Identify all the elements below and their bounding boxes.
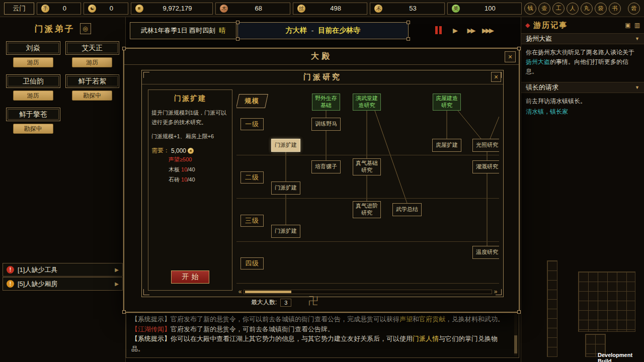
grain-icon: 禾 <box>374 5 382 13</box>
disciple-name[interactable]: 鲜于若絮 <box>65 74 120 88</box>
scroll-left-icon[interactable]: « <box>236 288 244 295</box>
disciple-name[interactable]: 鲜于擎苍 <box>6 108 60 121</box>
journal-icon: ◆ <box>525 22 530 29</box>
req-item-need: /40 <box>187 166 195 172</box>
hall-close-button[interactable]: × <box>505 51 516 62</box>
entry-location-link[interactable]: 清水镇，镇长家 <box>526 107 639 117</box>
play-button[interactable]: ▶ <box>450 24 461 36</box>
max-people-value: 3 <box>280 299 291 307</box>
teapot-icon[interactable]: 壶 <box>538 3 550 15</box>
resource-wood: 木 68 <box>215 3 290 15</box>
alert-text: [1]人缺少工具 <box>18 265 57 275</box>
req-item-name: 石砖 <box>169 176 180 183</box>
tech-node[interactable]: 门派扩建 <box>271 139 300 152</box>
alert-missing-tools[interactable]: ! [1]人缺少工具 ▶ <box>3 263 123 277</box>
disciple-card: 刘焱 游历 <box>6 41 60 67</box>
disciple-status-button[interactable]: 勘探中 <box>72 90 112 101</box>
time-controls: ▶ ▶▶ ▶▶▶ <box>434 24 494 36</box>
chevron-down-icon: ▼ <box>635 85 639 90</box>
tech-node[interactable]: 庑屋扩建 <box>432 139 461 152</box>
disciple-icon[interactable]: 人 <box>567 3 579 15</box>
disciple-status-button[interactable]: 勘探中 <box>13 124 53 134</box>
corner-knob <box>122 310 126 314</box>
disciple-status-button[interactable]: 游历 <box>13 90 53 101</box>
message-list: 【系统提示】官府发布了新的悬赏令，你可以前去各城镇的衙门查看公告，完成悬赏可以获… <box>131 314 510 353</box>
message-line: 【系统提示】官府发布了新的悬赏令，你可以前去各城镇的衙门查看公告，完成悬赏可以获… <box>131 314 510 324</box>
disciple-name[interactable]: 卫仙韵 <box>6 74 60 88</box>
message-scrollbar[interactable] <box>514 313 517 355</box>
tech-node[interactable]: 庑屋建造研究 <box>433 94 461 111</box>
corner-knob <box>236 37 239 41</box>
eye-icon[interactable]: ◎ <box>80 23 91 34</box>
minimap-strip[interactable] <box>547 260 557 357</box>
tech-node[interactable]: 演武堂建造研究 <box>353 94 381 111</box>
book-icon[interactable]: 书 <box>609 3 621 15</box>
tools-icon[interactable]: 工 <box>552 3 565 15</box>
tree-scroll-thumb[interactable] <box>245 291 291 293</box>
tech-node[interactable]: 温度研究 <box>472 246 499 259</box>
req-item-name: 木板 <box>169 166 180 172</box>
tech-node[interactable]: 培育骡子 <box>311 160 341 173</box>
resource-yinyang: ☯ 0 <box>84 3 128 15</box>
disciples-panel-title: 门派弟子 <box>35 23 75 35</box>
tech-node[interactable]: 真气基础研究 <box>353 158 381 175</box>
entry-keyword-link[interactable]: 扬州大盗 <box>526 58 550 65</box>
tech-node[interactable]: 野外生存基础 <box>312 94 340 111</box>
bag-icon[interactable]: 袋 <box>595 3 607 15</box>
disciple-name[interactable]: 艾天正 <box>65 41 120 55</box>
pin-journal-icon[interactable]: ▥ <box>634 22 640 29</box>
expand-journal-icon[interactable]: ▣ <box>625 22 630 29</box>
resource-silk-value: 498 <box>308 5 363 12</box>
vegetable-icon: 菜 <box>452 5 460 13</box>
corner-knob <box>122 47 126 50</box>
settings-icon[interactable]: 齿 <box>628 3 640 15</box>
tree-scroll-track[interactable] <box>244 290 492 294</box>
bomb-icon[interactable]: 丸 <box>581 3 593 15</box>
corner-knob <box>407 37 410 41</box>
pause-icon <box>435 26 438 34</box>
message-segment: 官府发布了新的悬赏令，你可以前去各城镇的衙门查看公告，完成悬赏可以获得 <box>171 315 399 323</box>
corner-knob <box>236 21 239 24</box>
message-scroll-thumb[interactable] <box>514 335 517 353</box>
research-close-button[interactable]: × <box>491 72 501 82</box>
resource-vegetable: 菜 100 <box>447 3 522 15</box>
tech-node[interactable]: 光照研究 <box>472 139 499 152</box>
fastest-forward-button[interactable]: ▶▶▶ <box>482 24 494 36</box>
req-item-have: 10 <box>181 176 187 183</box>
alert-missing-rooms[interactable]: ! [5]人缺少厢房 ▶ <box>3 277 123 291</box>
resource-hand: 手 0 <box>37 3 81 15</box>
tech-node[interactable]: 门派扩建 <box>271 225 300 238</box>
swastika-decor-icon: 卍 <box>308 294 318 308</box>
yinyang-icon: ☯ <box>88 5 96 13</box>
fast-forward-button[interactable]: ▶▶ <box>466 24 477 36</box>
scroll-right-icon[interactable]: » <box>492 288 499 295</box>
req-item-need: /40 <box>187 176 195 183</box>
corner-bracket <box>143 72 149 78</box>
tech-tree: 规模 一级 二级 三级 四级 门派扩建野外生存基础训练野马演武堂建造研究庑屋建造… <box>236 87 499 296</box>
journal-entry-header[interactable]: 扬州大盗 ▼ <box>521 33 644 44</box>
tech-tree-nodes: 门派扩建野外生存基础训练野马演武堂建造研究庑屋建造研究庑屋扩建光照研究培育骡子真… <box>236 87 499 296</box>
coins-icon[interactable]: 钱 <box>524 3 536 15</box>
requirement-item: 木板 10/40 <box>151 165 229 175</box>
minimap-block[interactable] <box>578 272 635 332</box>
disciple-name[interactable]: 刘焱 <box>6 41 60 55</box>
silk-icon: 丝 <box>297 5 305 13</box>
tech-node[interactable]: 武学总结 <box>392 203 422 216</box>
disciple-status-button[interactable]: 游历 <box>13 57 53 67</box>
pause-button[interactable] <box>434 24 445 36</box>
start-research-button[interactable]: 开始 <box>171 270 209 284</box>
coin-icon <box>188 148 194 154</box>
corner-knob <box>517 47 521 50</box>
tech-node[interactable]: 灌溉研究 <box>472 160 499 173</box>
character-location-bar[interactable]: 方大样 - 目前在少林寺 <box>237 22 409 39</box>
tech-node[interactable]: 真气进阶研究 <box>353 201 381 218</box>
hall-modal-title: 大殿 <box>124 49 519 65</box>
tree-hscrollbar: « » <box>236 288 499 295</box>
tech-node[interactable]: 门派扩建 <box>271 182 300 195</box>
character-location: 目前在少林寺 <box>318 26 360 35</box>
journal-title: 游历记事 <box>533 21 568 30</box>
sect-name-button[interactable]: 云门 <box>4 3 34 15</box>
journal-entry-header[interactable]: 镇长的请求 ▼ <box>521 82 644 93</box>
disciple-status-button[interactable]: 游历 <box>72 57 112 67</box>
tech-node[interactable]: 训练野马 <box>311 118 341 131</box>
